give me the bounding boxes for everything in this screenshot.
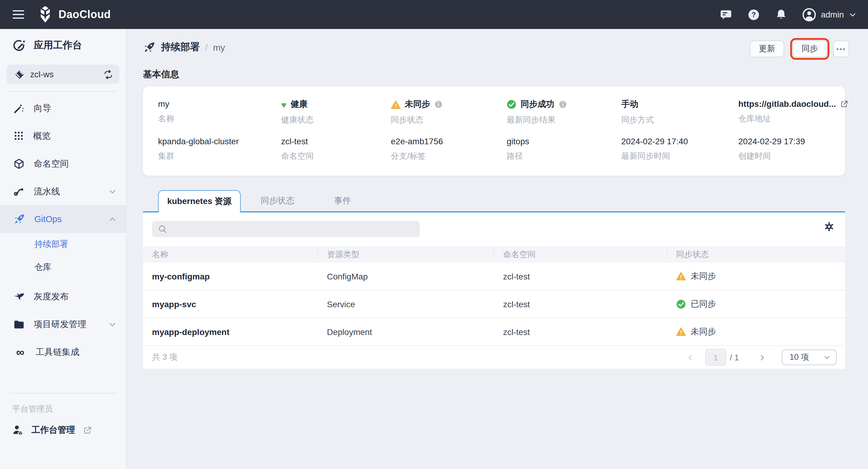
sidebar-divider bbox=[9, 91, 117, 92]
sidebar-item-wizard[interactable]: 向导 bbox=[0, 94, 126, 122]
avatar-icon bbox=[802, 7, 816, 22]
table-footer: 共 3 项 / 1 10 项 bbox=[143, 346, 845, 369]
info-tooltip-icon[interactable] bbox=[434, 100, 443, 109]
switch-workspace-icon[interactable] bbox=[103, 70, 114, 79]
menu-toggle-button[interactable] bbox=[13, 10, 24, 19]
topbar: DaoCloud ? bbox=[0, 0, 868, 29]
admin-user-icon bbox=[12, 424, 24, 436]
search-input[interactable] bbox=[167, 221, 420, 237]
info-tooltip-icon[interactable] bbox=[559, 100, 567, 109]
sync-button[interactable]: 同步 bbox=[793, 40, 827, 57]
page-size-select[interactable]: 10 项 bbox=[782, 350, 837, 365]
resources-panel: 名称 资源类型 命名空间 同步状态 my-configmap ConfigMap… bbox=[143, 211, 845, 369]
message-icon[interactable] bbox=[720, 8, 732, 21]
info-label: 同步状态 bbox=[391, 115, 507, 125]
sidebar-item-repository[interactable]: 仓库 bbox=[0, 256, 126, 279]
sidebar-item-namespace[interactable]: 命名空间 bbox=[0, 150, 126, 177]
sidebar-item-project-management[interactable]: 项目研发管理 bbox=[0, 310, 126, 338]
page-size-value: 10 项 bbox=[789, 352, 809, 363]
search-icon bbox=[158, 225, 167, 234]
success-check-icon bbox=[507, 99, 516, 109]
sidebar-item-workbench-admin[interactable]: 工作台管理 bbox=[0, 415, 126, 436]
role-label: 平台管理员 bbox=[0, 393, 126, 415]
table-row[interactable]: myapp-svc Service zcl-test 已同步 bbox=[143, 290, 845, 318]
brand[interactable]: DaoCloud bbox=[37, 6, 111, 23]
sidebar-item-gray-release[interactable]: 灰度发布 bbox=[0, 283, 126, 310]
resource-name[interactable]: my-configmap bbox=[143, 271, 318, 281]
info-name: my 名称 bbox=[158, 86, 281, 125]
page-header: 持续部署 / my 更新 同步 ••• bbox=[127, 29, 868, 68]
column-header-namespace[interactable]: 命名空间 bbox=[494, 249, 667, 260]
sidebar-item-label: 流水线 bbox=[34, 185, 60, 197]
workspace-selector[interactable]: zcl-ws bbox=[7, 65, 119, 84]
info-label: 仓库地址 bbox=[738, 114, 848, 124]
chevron-down-icon bbox=[849, 10, 857, 19]
update-button[interactable]: 更新 bbox=[750, 40, 784, 57]
basic-info-title: 基本信息 bbox=[143, 69, 868, 80]
search-box bbox=[152, 221, 420, 237]
header-actions: 更新 同步 ••• bbox=[750, 38, 849, 60]
table-row[interactable]: myapp-deployment Deployment zcl-test 未同步 bbox=[143, 318, 845, 346]
info-sync-mode: 手动 同步方式 bbox=[621, 86, 738, 125]
info-value: 未同步 bbox=[405, 99, 430, 110]
sidebar-item-pipeline[interactable]: 流水线 bbox=[0, 177, 126, 205]
notification-bell-icon[interactable] bbox=[775, 8, 787, 21]
info-value: 2024-02-29 17:39 bbox=[738, 137, 848, 146]
info-branch: e2e-amb1756 分支/标签 bbox=[391, 125, 507, 162]
workspace-name: zcl-ws bbox=[30, 69, 54, 79]
info-created-time: 2024-02-29 17:39 创建时间 bbox=[738, 125, 848, 162]
sidebar-product[interactable]: 应用工作台 bbox=[0, 29, 126, 60]
sidebar-item-continuous-deployment[interactable]: 持续部署 bbox=[0, 233, 126, 256]
tab-kubernetes-resources[interactable]: kubernetes 资源 bbox=[158, 190, 241, 212]
resource-name[interactable]: myapp-svc bbox=[143, 299, 318, 309]
grid-icon bbox=[13, 130, 24, 141]
more-actions-button[interactable]: ••• bbox=[833, 40, 849, 57]
column-header-type[interactable]: 资源类型 bbox=[318, 249, 494, 260]
tab-sync-status[interactable]: 同步状态 bbox=[241, 190, 314, 211]
sidebar-item-label: 向导 bbox=[34, 102, 51, 114]
annotation-highlight-box: 同步 bbox=[790, 38, 829, 60]
resource-name[interactable]: myapp-deployment bbox=[143, 327, 318, 336]
resource-namespace: zcl-test bbox=[494, 299, 667, 309]
resource-sync-status: 未同步 bbox=[667, 271, 845, 282]
sidebar-item-gitops[interactable]: GitOps bbox=[0, 205, 126, 233]
help-icon[interactable]: ? bbox=[747, 8, 760, 21]
tab-events[interactable]: 事件 bbox=[314, 190, 371, 211]
daocloud-logo-icon bbox=[37, 6, 53, 23]
prev-page-icon[interactable] bbox=[684, 353, 697, 361]
warning-icon bbox=[676, 327, 686, 336]
info-namespace: zcl-test 命名空间 bbox=[281, 125, 391, 162]
info-cluster: kpanda-global-cluster 集群 bbox=[158, 125, 281, 162]
table-settings-gear-icon[interactable] bbox=[822, 219, 837, 234]
next-page-icon[interactable] bbox=[756, 353, 769, 361]
sidebar-item-label: 概览 bbox=[33, 130, 51, 142]
info-repo-url: https://gitlab.daocloud... 仓库地址 bbox=[738, 86, 848, 125]
chevron-down-icon bbox=[824, 354, 831, 361]
chevron-up-icon bbox=[108, 215, 116, 223]
sidebar-bottom: 平台管理员 工作台管理 bbox=[0, 393, 126, 469]
sidebar-item-overview[interactable]: 概览 bbox=[0, 122, 126, 150]
user-menu[interactable]: admin bbox=[802, 7, 857, 22]
repo-url-link[interactable]: https://gitlab.daocloud... bbox=[738, 99, 836, 109]
sidebar-item-label: 仓库 bbox=[34, 262, 51, 273]
folder-icon bbox=[13, 319, 25, 329]
tab-bar: kubernetes 资源 同步状态 事件 bbox=[143, 189, 868, 211]
sidebar-item-label: 持续部署 bbox=[34, 239, 68, 250]
info-value: 2024-02-29 17:40 bbox=[621, 137, 738, 146]
column-header-sync-status[interactable]: 同步状态 bbox=[667, 249, 845, 260]
basic-info-card: my 名称 ♥ 健康 健康状态 bbox=[143, 86, 845, 176]
table-row[interactable]: my-configmap ConfigMap zcl-test 未同步 bbox=[143, 263, 845, 290]
info-value: 手动 bbox=[621, 99, 738, 110]
page-number-input[interactable] bbox=[705, 349, 726, 366]
username: admin bbox=[821, 10, 844, 19]
info-value: 同步成功 bbox=[521, 99, 554, 110]
info-label: 最新同步结果 bbox=[507, 115, 621, 125]
column-header-name[interactable]: 名称 bbox=[143, 249, 318, 260]
breadcrumb-root[interactable]: 持续部署 bbox=[161, 41, 200, 54]
sidebar-item-toolchain[interactable]: ∞ 工具链集成 bbox=[0, 338, 126, 366]
info-value: gitops bbox=[507, 137, 621, 146]
external-link-icon[interactable] bbox=[840, 100, 848, 108]
warning-icon bbox=[391, 100, 401, 109]
resource-sync-status: 已同步 bbox=[667, 298, 845, 309]
info-value: 健康 bbox=[291, 99, 308, 110]
